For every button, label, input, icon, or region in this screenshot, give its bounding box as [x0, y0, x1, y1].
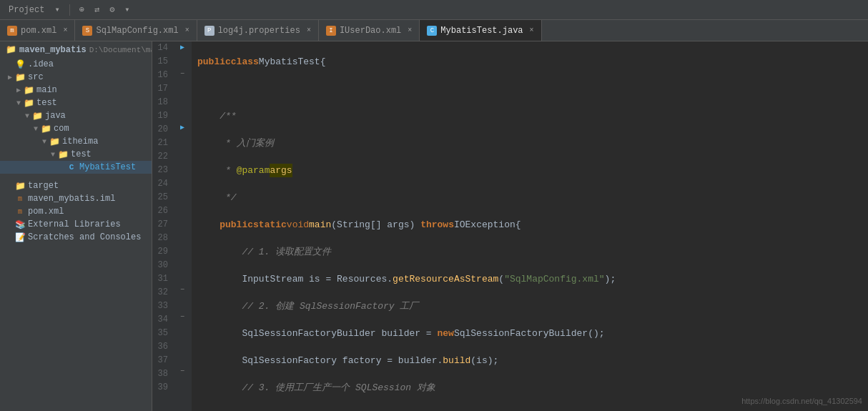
src-label: src [28, 72, 44, 82]
arrow-com: ▼ [31, 125, 40, 133]
external-libraries-label: External Libraries [28, 219, 121, 229]
itheima-label: itheima [62, 137, 98, 147]
tab-log4j-label: log4j.properties [218, 26, 300, 36]
sidebar-item-test[interactable]: ▼ 📁 test [0, 96, 152, 109]
run-icon-20[interactable]: ▶ [180, 123, 184, 132]
tab-pom-close[interactable]: × [63, 26, 67, 34]
test-label: test [36, 98, 57, 108]
java-folder-icon: 📁 [31, 111, 43, 121]
ln-14: 14 [152, 41, 174, 55]
pom-icon: m [14, 207, 26, 217]
code-editor[interactable]: 14 15 16 17 18 19 20 21 22 23 24 25 26 2… [152, 41, 868, 411]
tab-iuserdao-label: IUserDao.xml [340, 26, 401, 36]
more-icon[interactable]: ▾ [122, 3, 132, 16]
ln-25: 25 [152, 191, 174, 204]
main-folder-icon: 📁 [23, 85, 34, 95]
ln-31: 31 [152, 272, 174, 286]
sidebar-item-src[interactable]: ▶ 📁 src [0, 71, 152, 84]
sidebar-item-target[interactable]: 📁 target [0, 179, 152, 192]
tab-pom-label: pom.xml [21, 26, 56, 36]
ln-35: 35 [152, 327, 174, 340]
run-icon-14[interactable]: ▶ [180, 43, 184, 51]
fold-icon-16[interactable]: − [180, 70, 184, 78]
ln-39: 39 [152, 381, 174, 395]
test2-folder-icon: 📁 [57, 149, 69, 159]
sync-icon[interactable]: ⇄ [92, 3, 102, 16]
com-folder-icon: 📁 [40, 124, 51, 134]
com-label: com [54, 124, 69, 134]
ln-38: 38 [152, 367, 174, 381]
sidebar-item-iml[interactable]: m maven_mybatis.iml [0, 192, 152, 205]
sidebar-item-scratches[interactable]: 📝 Scratches and Consoles [0, 231, 152, 244]
tab-pom[interactable]: m pom.xml × [0, 20, 75, 41]
tab-bar: m pom.xml × S SqlMapConfig.xml × P log4j… [0, 20, 868, 41]
code-line-20: public static void main(String[] args) t… [197, 218, 868, 232]
target-folder-icon: 📁 [14, 181, 26, 191]
sidebar-item-java[interactable]: ▼ 📁 java [0, 109, 152, 122]
test2-label: test [71, 149, 92, 159]
sidebar-item-mybatistest-file[interactable]: C MybatisTest [0, 161, 152, 174]
toolbar: Project ▾ ⊕ ⇄ ⚙ ▾ [0, 0, 868, 20]
ln-26: 26 [152, 204, 174, 218]
idea-folder-icon: 💡 [14, 59, 26, 69]
tab-log4j-close[interactable]: × [307, 26, 311, 34]
ln-24: 24 [152, 177, 174, 191]
fold-icon-38[interactable]: − [180, 367, 184, 375]
ln-18: 18 [152, 96, 174, 109]
mybatistest-file-label: MybatisTest [79, 162, 136, 172]
sidebar-item-main[interactable]: ▶ 📁 main [0, 84, 152, 96]
code-line-23: // 2. 创建 SqlSessionFactory 工厂 [197, 299, 868, 313]
watermark: https://blog.csdn.net/qq_41302594 [741, 397, 862, 405]
tab-mybatistest-label: MybatisTest.java [440, 26, 523, 36]
iml-icon: m [14, 194, 26, 204]
ln-16: 16 [152, 69, 174, 82]
src-folder-icon: 📁 [14, 72, 26, 82]
ln-23: 23 [152, 164, 174, 177]
java-label: java [45, 111, 66, 121]
sidebar-item-itheima[interactable]: ▼ 📁 itheima [0, 135, 152, 148]
gutter: ▶ − ▶ − − − [177, 41, 192, 411]
ln-30: 30 [152, 259, 174, 272]
main-label: main [36, 85, 57, 95]
iml-label: maven_mybatis.iml [28, 194, 115, 204]
sidebar-item-test2[interactable]: ▼ 📁 test [0, 148, 152, 161]
arrow-itheima: ▼ [40, 138, 49, 146]
tab-mybatistest-close[interactable]: × [530, 26, 534, 34]
code-content[interactable]: public class MybatisTest { /** * 入门案例 * … [192, 41, 868, 411]
sidebar-item-pom[interactable]: m pom.xml [0, 205, 152, 218]
tab-sqlmap-close[interactable]: × [185, 26, 189, 34]
pom-label: pom.xml [28, 207, 64, 217]
ln-15: 15 [152, 55, 174, 69]
tab-log4j[interactable]: P log4j.properties × [197, 20, 319, 41]
fold-icon-32[interactable]: − [180, 286, 184, 294]
sidebar-item-idea[interactable]: 💡 .idea [0, 58, 152, 71]
code-line-19: */ [197, 191, 868, 204]
ln-29: 29 [152, 245, 174, 259]
new-file-icon[interactable]: ⊕ [77, 3, 87, 16]
tab-iuserdao[interactable]: I IUserDao.xml × [319, 20, 420, 41]
tab-sqlmap[interactable]: S SqlMapConfig.xml × [75, 20, 197, 41]
itheima-folder-icon: 📁 [49, 137, 60, 147]
ln-36: 36 [152, 340, 174, 354]
sidebar-item-external-libraries[interactable]: 📚 External Libraries [0, 218, 152, 231]
fold-icon-34[interactable]: − [180, 313, 184, 321]
iuserdao-xml-icon: I [326, 26, 336, 36]
project-dropdown-icon[interactable]: ▾ [51, 3, 62, 16]
ln-37: 37 [152, 354, 174, 367]
ln-22: 22 [152, 150, 174, 164]
tab-iuserdao-close[interactable]: × [408, 26, 412, 34]
sidebar-item-com[interactable]: ▼ 📁 com [0, 122, 152, 135]
settings-icon[interactable]: ⚙ [107, 3, 117, 16]
tab-mybatistest[interactable]: C MybatisTest.java × [420, 20, 541, 41]
line-numbers: 14 15 16 17 18 19 20 21 22 23 24 25 26 2… [152, 41, 177, 411]
ln-21: 21 [152, 137, 174, 150]
code-line-21: // 1. 读取配置文件 [197, 245, 868, 259]
ln-19: 19 [152, 109, 174, 123]
project-label[interactable]: Project [6, 4, 47, 16]
project-title: maven_mybatis [19, 45, 87, 55]
ln-20: 20 [152, 123, 174, 137]
arrow-main: ▶ [14, 86, 23, 94]
code-line-14: public class MybatisTest { [197, 55, 868, 69]
code-line-24: SqlSessionFactoryBuilder builder = new S… [197, 327, 868, 340]
code-line-18: * @param args [197, 164, 868, 177]
